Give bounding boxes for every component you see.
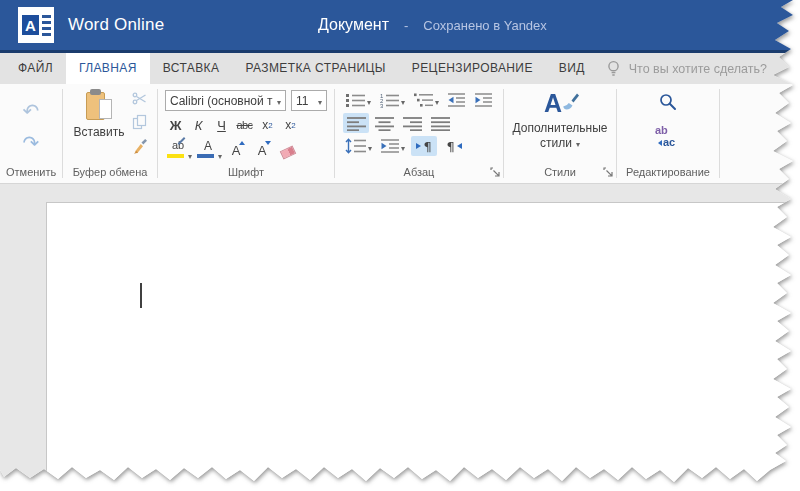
bullet-list-button[interactable]: [343, 90, 373, 110]
cut-button[interactable]: [132, 91, 148, 110]
group-label-font: Шрифт: [158, 166, 334, 183]
group-styles: A Дополнительные стили Стили: [504, 84, 616, 183]
superscript-button[interactable]: x2: [280, 115, 301, 135]
tab-view[interactable]: ВИД: [546, 53, 598, 84]
document-canvas-area: [0, 184, 800, 491]
ribbon-tab-strip: ФАЙЛ ГЛАВНАЯ ВСТАВКА РАЗМЕТКА СТРАНИЦЫ Р…: [0, 53, 800, 84]
justify-button[interactable]: [427, 113, 453, 133]
shrink-font-button[interactable]: А: [251, 139, 273, 161]
word-online-window: A Word Online Документ - Сохранено в Yan…: [0, 0, 800, 491]
dropdown-arrow-icon: [368, 137, 372, 155]
redo-button[interactable]: ↷: [23, 133, 40, 153]
styles-icon: A: [540, 88, 580, 121]
app-brand: Word Online: [68, 15, 164, 35]
tab-file[interactable]: ФАЙЛ: [5, 53, 66, 84]
save-status: Сохранено в Yandex: [423, 18, 547, 33]
font-name-value: Calibri (основной т: [170, 94, 273, 108]
dropdown-arrow-icon: [401, 137, 405, 155]
font-color-bar: [197, 154, 214, 158]
grow-font-button[interactable]: А: [225, 139, 247, 161]
tab-review[interactable]: РЕЦЕНЗИРОВАНИЕ: [399, 53, 546, 84]
ribbon: ↶ ↷ Отменить Вставить: [0, 84, 800, 184]
paragraph-indent-button[interactable]: [378, 136, 407, 156]
align-center-button[interactable]: [371, 113, 397, 133]
document-title-area: Документ - Сохранено в Yandex: [318, 0, 547, 50]
font-size-value: 11: [296, 94, 308, 108]
tell-me-placeholder: Что вы хотите сделать?: [629, 62, 767, 76]
lightbulb-icon: [606, 60, 621, 78]
word-logo-doc-lines: [42, 15, 51, 36]
more-styles-button[interactable]: A Дополнительные стили: [504, 84, 616, 166]
torn-paper-wrapper: A Word Online Документ - Сохранено в Yan…: [0, 0, 800, 491]
word-logo-icon: A: [18, 7, 54, 43]
italic-button[interactable]: К: [188, 115, 209, 135]
tab-home[interactable]: ГЛАВНАЯ: [66, 53, 150, 84]
underline-button[interactable]: Ч: [211, 115, 232, 135]
subscript-button[interactable]: x2: [257, 115, 278, 135]
scissors-icon: [132, 91, 147, 106]
dialog-launcher-button[interactable]: [490, 167, 500, 179]
copy-button[interactable]: [132, 114, 148, 134]
dialog-launcher-button[interactable]: [603, 167, 613, 179]
align-left-button[interactable]: [343, 113, 369, 133]
font-color-button[interactable]: А: [195, 139, 221, 161]
arrow-up-icon: [239, 141, 245, 145]
align-left-icon: [346, 116, 367, 131]
align-center-icon: [374, 116, 395, 131]
format-painter-button[interactable]: [132, 138, 148, 158]
numbered-list-button[interactable]: 123: [377, 90, 407, 110]
group-undo: ↶ ↷ Отменить: [0, 84, 62, 183]
dropdown-arrow-icon: [401, 91, 405, 109]
indent-icon: [474, 92, 493, 108]
search-icon: [659, 93, 677, 111]
clear-formatting-button[interactable]: [277, 139, 299, 161]
paste-label: Вставить: [74, 125, 125, 139]
copy-icon: [132, 114, 147, 130]
document-title[interactable]: Документ: [318, 16, 389, 34]
justify-icon: [430, 116, 451, 131]
group-separator: [719, 89, 720, 178]
tell-me-search[interactable]: Что вы хотите сделать?: [606, 53, 767, 84]
arrow-right-icon: [416, 143, 421, 149]
find-button[interactable]: [659, 93, 677, 115]
numbered-list-icon: 123: [379, 92, 400, 108]
decrease-indent-button[interactable]: [445, 90, 468, 110]
title-separator: -: [404, 18, 408, 33]
group-clipboard: Вставить Буфер обмена: [63, 84, 157, 183]
align-right-icon: [402, 116, 423, 131]
dropdown-arrow-icon: [435, 91, 439, 109]
group-label-paragraph: Абзац: [335, 166, 503, 183]
dropdown-arrow-icon: [218, 145, 222, 163]
paste-button[interactable]: Вставить: [71, 89, 127, 166]
dropdown-arrow-icon: [367, 91, 371, 109]
strikethrough-button[interactable]: abc: [234, 115, 255, 135]
group-editing: ab ac Редактирование: [617, 84, 719, 183]
bullet-list-icon: [345, 92, 366, 108]
increase-indent-button[interactable]: [472, 90, 495, 110]
replace-button[interactable]: ab ac: [655, 124, 681, 150]
format-painter-icon: [132, 138, 148, 154]
group-label-clipboard: Буфер обмена: [63, 166, 157, 183]
rtl-direction-button[interactable]: ¶: [441, 136, 467, 156]
undo-button[interactable]: ↶: [23, 101, 40, 121]
arrow-left-icon: [457, 143, 462, 149]
text-highlight-button[interactable]: ab: [165, 139, 191, 161]
tab-page-layout[interactable]: РАЗМЕТКА СТРАНИЦЫ: [232, 53, 398, 84]
multilevel-list-button[interactable]: [411, 90, 441, 110]
align-right-button[interactable]: [399, 113, 425, 133]
svg-text:3: 3: [380, 103, 384, 108]
font-name-select[interactable]: Calibri (основной т: [165, 90, 286, 111]
dropdown-arrow-icon: [188, 145, 192, 163]
bold-button[interactable]: Ж: [165, 115, 186, 135]
group-paragraph: 123 ¶ ¶ Абзац: [335, 84, 503, 183]
highlight-color-bar: [167, 154, 184, 158]
font-size-select[interactable]: 11: [291, 90, 327, 111]
ltr-direction-button[interactable]: ¶: [411, 136, 437, 156]
multilevel-list-icon: [413, 92, 434, 108]
tab-insert[interactable]: ВСТАВКА: [150, 53, 233, 84]
dropdown-arrow-icon: [576, 136, 580, 150]
outdent-icon: [447, 92, 466, 108]
eraser-icon: [280, 145, 296, 159]
line-spacing-button[interactable]: [343, 136, 374, 156]
document-page[interactable]: [46, 202, 800, 491]
